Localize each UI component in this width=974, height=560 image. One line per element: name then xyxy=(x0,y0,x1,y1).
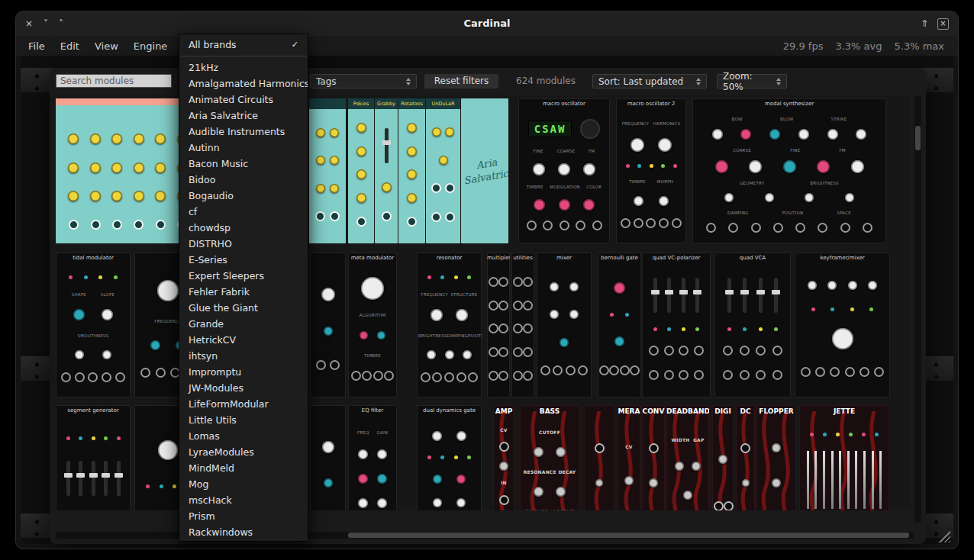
vertical-scrollbar[interactable] xyxy=(914,95,921,523)
brand-menu-item[interactable]: Animated Circuits xyxy=(179,92,308,108)
module-card[interactable]: BASSCUTOFFRESONANCEDECAYENVMODACCENT xyxy=(520,405,579,510)
brand-menu-item[interactable]: Fehler Fabrik xyxy=(179,284,308,300)
module-card[interactable]: Grabby xyxy=(375,98,398,243)
brand-menu-item[interactable]: Rackwindows xyxy=(179,524,308,540)
brand-menu-item[interactable]: Aria Salvatrice xyxy=(179,108,308,124)
module-card[interactable]: JETTE xyxy=(799,405,889,510)
module-card[interactable]: DC xyxy=(736,405,755,510)
module-card[interactable]: macro oscillatorCSAWFINECOARSEFMTIMBREMO… xyxy=(518,98,610,243)
sort-dropdown[interactable]: Sort: Last updated xyxy=(592,74,707,89)
module-card[interactable] xyxy=(310,253,346,397)
kill-window-icon[interactable]: × xyxy=(937,18,949,30)
module-title: quad VCA xyxy=(714,253,791,263)
module-row xyxy=(418,309,480,321)
module-card[interactable]: MERACV xyxy=(618,405,640,510)
brand-menu-item[interactable]: Glue the Giant xyxy=(179,300,308,316)
module-row xyxy=(520,199,608,211)
brand-menu-item[interactable]: chowdsp xyxy=(179,220,308,236)
module-card[interactable]: Pokies xyxy=(348,98,374,243)
module-card[interactable]: quad VCA xyxy=(714,253,791,397)
brand-menu-item[interactable]: Expert Sleepers xyxy=(179,268,308,284)
module-card[interactable]: macro oscillator 2FREQUENCYHARMONICSTIMB… xyxy=(616,98,686,243)
module-card[interactable]: quad VC-polarizer xyxy=(642,253,711,397)
brand-menu-item[interactable]: LyraeModules xyxy=(179,444,308,460)
module-body xyxy=(736,417,755,510)
module-body xyxy=(756,417,796,510)
module-card[interactable]: bernoulli gate xyxy=(598,253,641,397)
brand-menu-item[interactable]: Grande xyxy=(179,316,308,332)
zoom-dropdown[interactable]: Zoom: 50% xyxy=(717,74,787,89)
module-card[interactable]: tidal modulatorSHAPESLOPESMOOTHNESS xyxy=(56,253,131,397)
module-card[interactable] xyxy=(310,405,346,510)
brand-menu-item[interactable]: Impromptu xyxy=(179,364,308,380)
brand-menu-item-label: Mog xyxy=(189,478,208,490)
brand-menu-item[interactable]: HetrickCV xyxy=(179,332,308,348)
brand-menu-item[interactable]: 21kHz xyxy=(179,60,308,76)
slider-icon xyxy=(66,461,70,496)
knob-icon xyxy=(715,160,728,173)
jack-icon xyxy=(728,223,738,233)
brand-menu-item[interactable]: cf xyxy=(179,204,308,220)
module-card[interactable]: modal synthesizerBOWBLOWSTRIKECOARSEFINE… xyxy=(692,98,886,243)
slider-handle xyxy=(651,290,660,294)
brand-menu-item[interactable]: MindMeld xyxy=(179,460,308,476)
keep-on-top-icon[interactable]: ⇑ xyxy=(921,18,928,29)
jack-icon xyxy=(773,223,783,233)
module-card[interactable]: CONV xyxy=(642,405,665,510)
module-card[interactable] xyxy=(584,405,614,510)
module-card[interactable]: keyframer/mixer xyxy=(795,253,890,397)
brand-menu-item[interactable]: All brands✓ xyxy=(179,37,308,53)
brand-menu-item[interactable]: Bidoo xyxy=(179,172,308,188)
menubar-item-engine[interactable]: Engine xyxy=(126,40,176,52)
module-card[interactable]: FLOPPER xyxy=(756,405,796,510)
brand-menu-item[interactable]: Prism xyxy=(179,508,308,524)
brand-menu-item[interactable]: JW-Modules xyxy=(179,380,308,396)
module-card[interactable]: Aria Salvatrice xyxy=(461,98,508,243)
horizontal-scrollbar-thumb[interactable] xyxy=(348,533,909,538)
module-card[interactable]: DIGI xyxy=(712,405,734,510)
module-title: macro oscillator 2 xyxy=(616,98,686,109)
module-card[interactable]: mixer xyxy=(537,253,592,397)
knob-icon xyxy=(433,475,442,484)
brand-menu-item[interactable]: Audible Instruments xyxy=(179,124,308,140)
knob-icon xyxy=(624,476,634,485)
module-card[interactable]: DEADBANDWIDTHGAP xyxy=(666,405,709,510)
module-card[interactable]: Rotatoes xyxy=(398,98,425,243)
menubar-item-file[interactable]: File xyxy=(21,40,53,52)
menubar-item-edit[interactable]: Edit xyxy=(53,40,87,52)
brand-menu-item[interactable]: mscHack xyxy=(179,492,308,508)
module-card[interactable]: resonatorFREQUENCYSTRUCTUREBRIGHTNESSDAM… xyxy=(417,253,482,397)
brand-menu-item[interactable]: Amalgamated Harmonics xyxy=(179,76,308,92)
jack-icon xyxy=(468,372,478,382)
tags-dropdown[interactable]: Tags xyxy=(310,74,417,89)
brand-menu-item[interactable]: Lomas xyxy=(179,428,308,444)
module-card[interactable]: EQ filterFREQGAIN xyxy=(348,405,397,510)
jack-icon xyxy=(140,368,150,378)
reset-filters-button[interactable]: Reset filters xyxy=(424,74,498,89)
brand-menu-item[interactable]: ihtsyn xyxy=(179,348,308,364)
module-card[interactable]: utilities xyxy=(511,253,534,397)
brand-menu-item[interactable]: Bacon Music xyxy=(179,156,308,172)
vertical-scrollbar-thumb[interactable] xyxy=(915,126,921,150)
module-card[interactable]: multiples xyxy=(487,253,510,397)
module-card[interactable]: dual dynamics gate xyxy=(417,405,482,510)
brand-menu-item[interactable]: Little Utils xyxy=(179,412,308,428)
brand-menu-item[interactable]: Bogaudio xyxy=(179,188,308,204)
brand-menu-item[interactable]: DISTRHO xyxy=(179,236,308,252)
search-input[interactable] xyxy=(56,74,172,88)
brand-menu-item[interactable]: E-Series xyxy=(179,252,308,268)
module-card[interactable]: segment generator xyxy=(56,405,131,510)
brand-menu-item[interactable]: Autinn xyxy=(179,140,308,156)
jack-icon xyxy=(840,223,850,233)
brand-menu-item-label: chowdsp xyxy=(189,222,231,233)
jack-icon xyxy=(523,347,533,357)
module-card[interactable]: meta modulatorALGORITHMTIMBRE xyxy=(348,253,397,397)
brand-menu-item[interactable]: Mog xyxy=(179,476,308,492)
menubar-item-view[interactable]: View xyxy=(87,40,126,52)
module-card[interactable]: AMPCVINOUT xyxy=(493,405,514,510)
module-card[interactable]: UnDuLaR xyxy=(426,98,460,243)
brand-menu-item[interactable]: LifeFormModular xyxy=(179,396,308,412)
slider-handle xyxy=(382,140,391,145)
module-card[interactable] xyxy=(309,98,346,243)
led-icon xyxy=(667,327,671,331)
